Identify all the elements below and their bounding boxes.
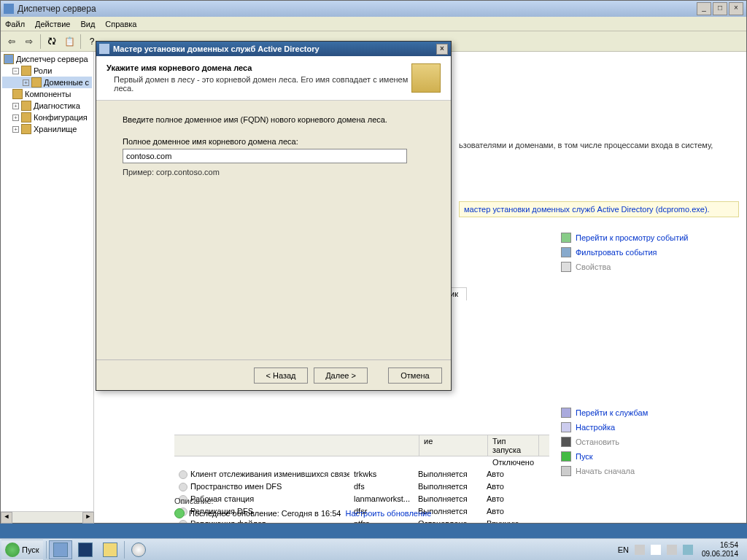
properties-icon [561,262,571,272]
server-icon [53,542,68,557]
dialog-footer: < Назад Далее > Отмена [96,359,451,390]
settings-icon [561,422,571,432]
menu-file[interactable]: Файл [5,20,25,28]
link-properties: Свойства [558,260,739,274]
forward-button[interactable]: ⇨ [21,34,37,50]
language-indicator[interactable]: EN [618,545,629,554]
expand-icon[interactable]: + [12,103,19,109]
services-links: Перейти к службам Настройка Остановить П… [558,405,739,478]
menu-action[interactable]: Действие [35,20,70,28]
link-start[interactable]: Пуск [558,449,739,464]
restart-icon [561,466,571,476]
server-icon [4,54,14,64]
taskbar-explorer[interactable] [98,540,122,559]
domain-icon [31,77,42,88]
expand-icon[interactable]: + [12,126,19,133]
grid-row[interactable]: Репликация файловntfrsОстановленоВручную [174,518,549,523]
dcpromo-link[interactable]: мастер установки доменных служб Active D… [459,201,739,217]
windows-orb-icon [5,542,20,557]
link-events[interactable]: Перейти к просмотру событий [558,230,739,245]
taskbar-disc[interactable] [127,540,150,559]
events-links: Перейти к просмотру событий Фильтровать … [558,230,739,274]
play-icon [561,451,571,462]
menu-help[interactable]: Справка [105,20,136,28]
tree-root[interactable]: Диспетчер сервера [2,53,92,65]
collapse-icon[interactable]: − [12,68,19,74]
sound-icon[interactable] [683,545,693,555]
diagnostics-icon [21,101,31,111]
menu-view[interactable]: Вид [80,20,95,28]
info-text: ьзователями и доменами, в том числе проц… [459,141,713,149]
app-icon [4,4,14,14]
dialog-titlebar[interactable]: Мастер установки доменных служб Active D… [96,42,451,56]
dialog-close-button[interactable]: × [436,44,448,55]
configure-refresh-link[interactable]: Настроить обновление [345,509,431,518]
link-services[interactable]: Перейти к службам [558,405,739,420]
disc-icon [131,542,146,557]
expand-icon[interactable]: + [23,79,29,86]
stop-icon [561,437,571,447]
link-stop: Остановить [558,435,739,449]
network-icon[interactable] [667,545,677,555]
grid-header: ие Тип запуска [174,435,549,456]
dialog-header: Укажите имя корневого домена леса Первый… [96,56,451,101]
next-button[interactable]: Далее > [314,368,368,384]
grid-row[interactable]: Пространство имен DFSdfsВыполняетсяАвто [174,481,549,493]
description-label: Описание: [174,497,214,505]
taskbar-powershell[interactable] [74,540,97,559]
link-settings[interactable]: Настройка [558,420,739,435]
service-icon [179,483,187,491]
tree-components[interactable]: Компоненты [2,88,92,100]
grid-row[interactable]: Рабочая станцияlanmanworkst...Выполняетс… [174,493,549,505]
menubar: Файл Действие Вид Справка [1,17,746,31]
refresh-row: Последнее обновление: Сегодня в 16:54 На… [174,508,431,518]
properties-button[interactable]: 📋 [61,34,77,50]
roles-icon [21,66,31,76]
tree-storage[interactable]: + Хранилище [2,123,92,135]
refresh-button[interactable]: 🗘 [44,34,60,50]
scroll-left[interactable]: ◄ [1,512,12,524]
services-icon [561,408,571,418]
tray-icon[interactable] [635,545,645,555]
clock[interactable]: 16:54 09.06.2014 [699,541,741,559]
tree-config[interactable]: + Конфигурация [2,112,92,123]
tree-panel: Диспетчер сервера − Роли + Доменные с Ко… [1,52,94,523]
service-icon [179,520,187,523]
instruction-text: Введите полное доменное имя (FQDN) новог… [123,115,425,124]
start-button[interactable]: Пуск [1,540,43,560]
refresh-icon [174,508,185,518]
main-title: Диспетчер сервера [18,4,697,14]
back-button[interactable]: ⇦ [4,34,20,50]
maximize-button[interactable]: □ [713,2,727,15]
grid-row[interactable]: Клиент отслеживания изменившихся связейt… [174,468,549,481]
powershell-icon [78,542,93,557]
link-filter[interactable]: Фильтровать события [558,245,739,260]
components-icon [12,89,23,99]
storage-icon [21,124,31,134]
dcpromo-wizard-dialog: Мастер установки доменных служб Active D… [96,41,452,391]
input-label: Полное доменное имя корневого домена лес… [123,137,425,146]
systray: EN 16:54 09.06.2014 [612,541,747,559]
main-titlebar[interactable]: Диспетчер сервера _ □ × [1,1,746,17]
scroll-right[interactable]: ► [82,512,94,524]
example-text: Пример: corp.contoso.com [123,168,425,176]
tree-diagnostics[interactable]: + Диагностика [2,100,92,112]
filter-icon [561,247,571,257]
wizard-icon [99,44,109,54]
taskbar-server-manager[interactable] [49,540,72,559]
book-icon [411,63,441,93]
tree-domain-services[interactable]: + Доменные с [2,77,92,88]
tree-roles[interactable]: − Роли [2,65,92,77]
close-button[interactable]: × [729,2,743,15]
grid-row-top[interactable]: Отключено [174,456,549,468]
cancel-button[interactable]: Отмена [388,368,442,384]
tree-scrollbar[interactable]: ◄ ► [1,511,94,523]
dialog-heading: Укажите имя корневого домена леса [107,63,411,72]
link-restart: Начать сначала [558,464,739,478]
minimize-button[interactable]: _ [697,2,711,15]
expand-icon[interactable]: + [12,114,19,121]
back-button[interactable]: < Назад [254,368,308,384]
fqdn-input[interactable] [123,149,407,163]
flag-icon[interactable] [651,545,661,555]
dialog-body: Введите полное доменное имя (FQDN) новог… [96,101,451,204]
